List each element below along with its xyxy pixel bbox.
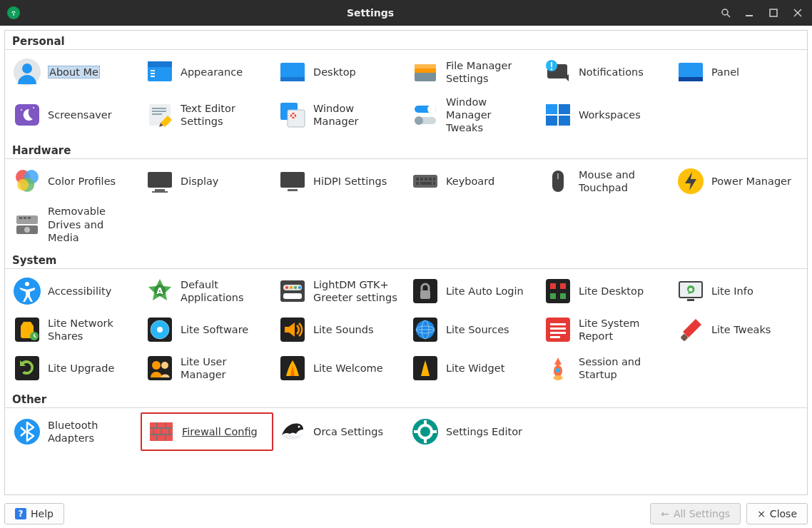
item-bluetooth[interactable]: Bluetooth Adapters <box>8 412 141 451</box>
app-icon-wrap <box>7 6 20 19</box>
lite-widget-icon <box>410 353 440 383</box>
item-text-editor[interactable]: Text Editor Settings <box>141 93 273 137</box>
maximize-button[interactable] <box>769 9 781 17</box>
item-power[interactable]: Power Manager <box>671 163 804 199</box>
item-auto-login[interactable]: Lite Auto Login <box>406 273 539 309</box>
svg-rect-83 <box>420 290 430 299</box>
item-notifications[interactable]: Notifications <box>539 54 671 90</box>
settings-editor-icon <box>410 417 440 447</box>
svg-point-96 <box>157 327 163 332</box>
item-window-manager[interactable]: Window Manager <box>273 93 406 137</box>
minimize-button[interactable] <box>745 9 756 17</box>
item-appearance[interactable]: Appearance <box>141 54 273 90</box>
item-lite-welcome[interactable]: Lite Welcome <box>273 350 406 386</box>
item-label: Lite Network Shares <box>48 317 133 342</box>
item-label: Mouse and Touchpad <box>579 168 664 194</box>
close-button[interactable] <box>793 9 805 17</box>
item-desktop[interactable]: Desktop <box>273 54 406 90</box>
about-me-icon <box>12 57 42 87</box>
item-lite-sysreport[interactable]: Lite System Report <box>539 312 671 347</box>
item-screensaver[interactable]: Screensaver <box>8 93 141 137</box>
item-label: Appearance <box>181 66 243 78</box>
svg-rect-55 <box>420 178 423 181</box>
close-label: Close <box>770 508 797 519</box>
item-label: Color Profiles <box>48 175 116 188</box>
help-button[interactable]: ? Help <box>4 503 64 524</box>
lightdm-icon <box>278 276 308 306</box>
item-lite-desktop[interactable]: Lite Desktop <box>539 273 671 309</box>
item-panel[interactable]: Panel <box>671 54 804 90</box>
item-mouse[interactable]: Mouse and Touchpad <box>539 163 671 199</box>
item-about-me[interactable]: About Me <box>8 54 141 90</box>
item-label: Lite Widget <box>446 362 504 375</box>
item-lite-sources[interactable]: Lite Sources <box>406 312 539 347</box>
svg-rect-107 <box>550 332 566 334</box>
svg-point-77 <box>285 286 288 289</box>
item-accessibility[interactable]: Accessibility <box>8 273 141 309</box>
item-label: Lite Upgrade <box>48 362 114 375</box>
item-label: Display <box>181 175 218 188</box>
svg-point-112 <box>152 361 161 370</box>
item-label: Text Editor Settings <box>181 102 266 128</box>
item-lite-tweaks[interactable]: Lite Tweaks <box>671 312 804 347</box>
appearance-icon <box>145 57 175 87</box>
svg-point-72 <box>25 282 29 286</box>
lite-network-icon <box>12 315 42 345</box>
session-startup-icon <box>543 353 573 383</box>
section-hardware-header: Hardware <box>5 140 807 159</box>
item-label: Default Applications <box>181 278 266 304</box>
item-session-startup[interactable]: Session and Startup <box>539 350 671 386</box>
search-icon[interactable] <box>721 8 732 18</box>
item-color-profiles[interactable]: Color Profiles <box>8 163 141 199</box>
bottom-bar: ? Help ← All Settings × Close <box>0 499 812 528</box>
svg-rect-56 <box>425 178 427 181</box>
item-label: Lite User Manager <box>181 355 266 381</box>
bluetooth-icon <box>12 417 42 447</box>
item-default-apps[interactable]: A Default Applications <box>141 273 273 309</box>
svg-rect-131 <box>424 420 427 425</box>
item-settings-editor[interactable]: Settings Editor <box>406 412 539 451</box>
close-button-bottom[interactable]: × Close <box>746 503 808 524</box>
svg-rect-61 <box>433 182 435 185</box>
item-label: Lite System Report <box>579 317 664 342</box>
item-wm-tweaks[interactable]: Window Manager Tweaks <box>406 93 539 137</box>
accessibility-icon <box>12 276 42 306</box>
item-lite-network[interactable]: Lite Network Shares <box>8 312 141 347</box>
item-lite-user[interactable]: Lite User Manager <box>141 350 273 386</box>
svg-rect-9 <box>148 61 172 67</box>
svg-rect-11 <box>151 73 155 74</box>
item-lite-upgrade[interactable]: Lite Upgrade <box>8 350 141 386</box>
item-lite-sounds[interactable]: Lite Sounds <box>273 312 406 347</box>
item-display[interactable]: Display <box>141 163 273 199</box>
item-workspaces[interactable]: Workspaces <box>539 93 671 137</box>
svg-point-129 <box>298 425 300 427</box>
item-firewall[interactable]: Firewall Config <box>141 412 273 451</box>
svg-rect-81 <box>283 293 302 299</box>
item-orca[interactable]: Orca Settings <box>273 412 406 451</box>
lite-sources-icon <box>410 315 440 345</box>
item-removable[interactable]: Removable Drives and Media <box>8 202 141 246</box>
svg-rect-58 <box>433 178 435 181</box>
item-lightdm[interactable]: LightDM GTK+ Greeter settings <box>273 273 406 309</box>
item-keyboard[interactable]: Keyboard <box>406 163 539 199</box>
removable-icon <box>12 210 42 240</box>
settings-panel: Personal About Me Appearance Desktop Fil… <box>4 30 808 495</box>
svg-rect-2 <box>746 15 753 16</box>
item-lite-info[interactable]: Lite Info <box>671 273 804 309</box>
item-label: Settings Editor <box>446 425 522 438</box>
svg-point-80 <box>298 286 301 289</box>
lite-desktop-icon <box>543 276 573 306</box>
titlebar: Settings <box>0 0 812 26</box>
lite-software-icon <box>145 315 175 345</box>
item-hidpi[interactable]: HiDPI Settings <box>273 163 406 199</box>
panel-icon <box>676 57 706 87</box>
item-label: Screensaver <box>48 108 112 121</box>
item-label: Lite Desktop <box>579 285 644 298</box>
color-profiles-icon <box>12 166 42 196</box>
item-lite-widget[interactable]: Lite Widget <box>406 350 539 386</box>
svg-rect-63 <box>557 173 559 179</box>
item-file-manager[interactable]: File Manager Settings <box>406 54 539 90</box>
svg-point-79 <box>294 286 297 289</box>
item-lite-software[interactable]: Lite Software <box>141 312 273 347</box>
firewall-icon <box>146 417 176 447</box>
